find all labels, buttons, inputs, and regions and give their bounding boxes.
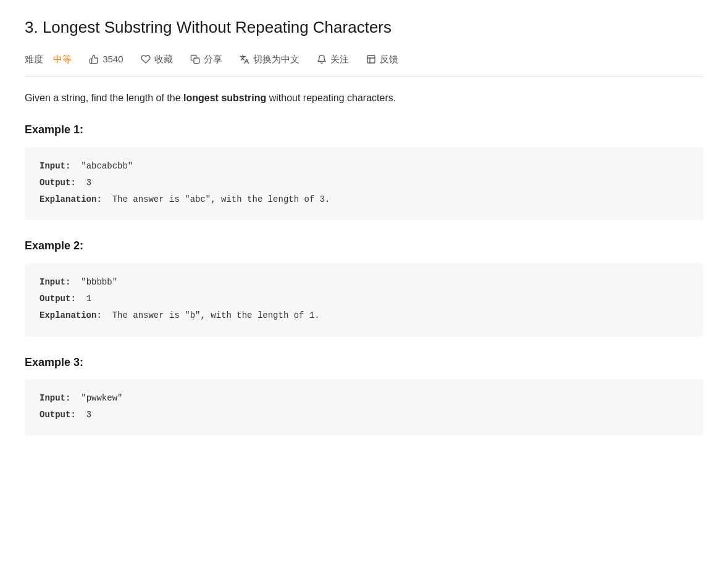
difficulty-label: 难度 中等: [25, 52, 72, 67]
explanation-key-2: Explanation:: [40, 310, 102, 320]
example-2-code-block: Input: "bbbbb" Output: 1 Explanation: Th…: [25, 264, 703, 336]
example-1-code-block: Input: "abcabcbb" Output: 3 Explanation:…: [25, 147, 703, 220]
collect-label: 收藏: [154, 52, 173, 67]
feedback-icon: [366, 54, 376, 64]
heart-icon: [141, 54, 151, 64]
example-3-input-line: Input: "pwwkew": [40, 391, 688, 406]
share-icon: [190, 54, 200, 64]
example-2-section: Example 2: Input: "bbbbb" Output: 1 Expl…: [25, 237, 703, 336]
example-2-explanation-line: Explanation: The answer is "b", with the…: [40, 308, 688, 323]
toolbar-divider: [25, 77, 703, 77]
share-button[interactable]: 分享: [190, 52, 222, 67]
output-value-2: 1: [86, 294, 91, 304]
input-key-3: Input:: [40, 393, 70, 403]
input-key-2: Input:: [40, 277, 70, 287]
follow-button[interactable]: 关注: [317, 52, 349, 67]
example-2-title: Example 2:: [25, 237, 703, 255]
collect-button[interactable]: 收藏: [141, 52, 173, 67]
follow-label: 关注: [330, 52, 349, 67]
example-1-input-line: Input: "abcabcbb": [40, 159, 688, 174]
feedback-button[interactable]: 反馈: [366, 52, 398, 67]
example-3-section: Example 3: Input: "pwwkew" Output: 3: [25, 354, 703, 436]
page-title: 3. Longest Substring Without Repeating C…: [25, 15, 703, 41]
bell-icon: [317, 54, 327, 64]
example-1-explanation-line: Explanation: The answer is "abc", with t…: [40, 192, 688, 207]
input-value-2: "bbbbb": [81, 277, 117, 287]
explanation-value-2: The answer is "b", with the length of 1.: [112, 310, 320, 320]
example-1-section: Example 1: Input: "abcabcbb" Output: 3 E…: [25, 121, 703, 220]
example-1-title: Example 1:: [25, 121, 703, 139]
input-value-1: "abcabcbb": [81, 161, 133, 171]
example-2-output-line: Output: 1: [40, 291, 688, 307]
svg-rect-1: [367, 56, 375, 63]
input-key-1: Input:: [40, 161, 70, 171]
example-3-code-block: Input: "pwwkew" Output: 3: [25, 380, 703, 435]
example-3-title: Example 3:: [25, 354, 703, 372]
share-label: 分享: [204, 52, 222, 67]
output-key-3: Output:: [40, 410, 76, 420]
output-value-1: 3: [86, 178, 91, 188]
translate-label: 切换为中文: [253, 52, 299, 67]
bold-text: longest substring: [183, 93, 266, 103]
difficulty-value: 中等: [53, 52, 72, 67]
thumbs-up-icon: [89, 54, 99, 64]
input-value-3: "pwwkew": [81, 393, 122, 403]
output-key-1: Output:: [40, 178, 76, 188]
like-button[interactable]: 3540: [89, 52, 123, 67]
svg-rect-0: [194, 58, 199, 64]
translate-icon: [240, 54, 249, 64]
problem-description: Given a string, find the length of the l…: [25, 89, 703, 106]
like-count: 3540: [103, 52, 123, 67]
example-3-output-line: Output: 3: [40, 407, 688, 423]
toolbar: 难度 中等 3540 收藏 分享 切换为中文: [25, 52, 703, 67]
explanation-value-1: The answer is "abc", with the length of …: [112, 194, 330, 204]
translate-button[interactable]: 切换为中文: [240, 52, 299, 67]
example-1-output-line: Output: 3: [40, 175, 688, 191]
explanation-key-1: Explanation:: [40, 194, 102, 204]
example-2-input-line: Input: "bbbbb": [40, 275, 688, 290]
feedback-label: 反馈: [380, 52, 398, 67]
output-key-2: Output:: [40, 294, 76, 304]
output-value-3: 3: [86, 410, 91, 420]
